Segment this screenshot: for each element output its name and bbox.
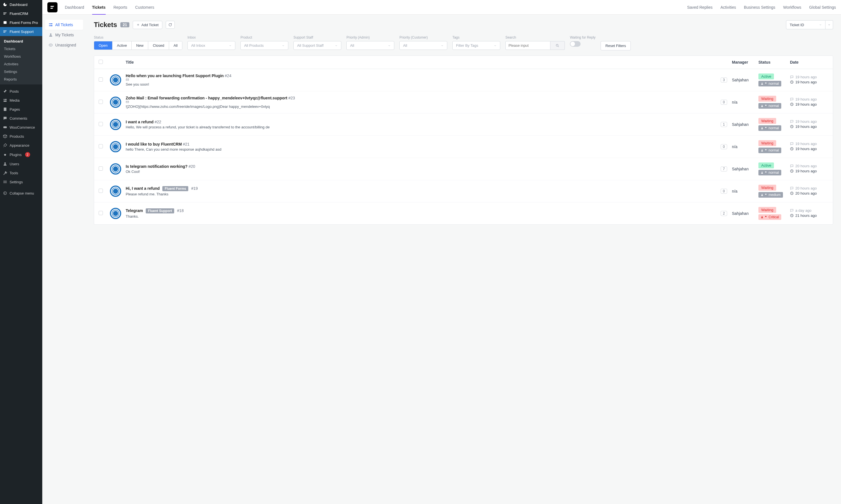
reply-count: 7 <box>721 166 727 172</box>
eye-icon <box>49 43 53 47</box>
select-all-checkbox[interactable] <box>99 60 103 64</box>
manager-name: Sahjahan <box>732 78 749 82</box>
ticket-title[interactable]: Telegram Fluent Support #18 <box>126 208 717 213</box>
row-checkbox[interactable] <box>99 188 103 193</box>
tab-business-settings[interactable]: Business Settings <box>744 0 775 14</box>
wp-menu-fluentcrm[interactable]: FluentCRM <box>0 9 42 18</box>
row-checkbox[interactable] <box>99 77 103 82</box>
reply-count: 2 <box>721 211 727 216</box>
status-filter-label: Status <box>94 35 182 39</box>
reset-filters-button[interactable]: Reset Filters <box>601 41 631 50</box>
created-time: 20 hours ago <box>790 186 828 190</box>
ticket-title[interactable]: I would like to buy FluentCRM #21 <box>126 142 717 146</box>
tab-dashboard[interactable]: Dashboard <box>65 0 84 14</box>
ticket-excerpt: Hello, We will process a refund, your ti… <box>126 125 717 129</box>
svg-point-29 <box>761 172 762 173</box>
priority-badge: normal <box>758 103 781 109</box>
tab-workflows[interactable]: Workflows <box>783 0 801 14</box>
tab-activities[interactable]: Activities <box>720 0 736 14</box>
ticket-excerpt: Please refund me. Thanks <box>126 192 717 196</box>
row-checkbox[interactable] <box>99 166 103 170</box>
ticket-title[interactable]: Hi, I want a refund Fluent Forms #19 <box>126 186 717 191</box>
nav-my-tickets[interactable]: My Tickets <box>45 30 83 40</box>
ticket-title[interactable]: Hello when you are launching Fluent Supp… <box>126 73 717 82</box>
reply-count: 0 <box>721 188 727 194</box>
tab-customers[interactable]: Customers <box>135 0 154 14</box>
tab-saved-replies[interactable]: Saved Replies <box>687 0 713 14</box>
wp-menu-dashboard[interactable]: Dashboard <box>0 0 42 9</box>
wp-menu-pages[interactable]: Pages <box>0 105 42 114</box>
wp-menu-fluent-forms-pro[interactable]: Fluent Forms Pro <box>0 18 42 27</box>
tab-reports[interactable]: Reports <box>114 0 127 14</box>
row-checkbox[interactable] <box>99 122 103 126</box>
svg-rect-8 <box>3 182 7 182</box>
wp-menu-tools[interactable]: Tools <box>0 168 42 177</box>
created-time: a day ago <box>790 208 828 213</box>
wp-submenu-dashboard[interactable]: Dashboard <box>0 37 42 45</box>
wp-submenu-tickets[interactable]: Tickets <box>0 45 42 53</box>
waiting-toggle[interactable] <box>570 41 581 47</box>
priority-admin-select[interactable]: All <box>346 41 394 50</box>
status-badge: Active <box>758 162 774 168</box>
svg-point-31 <box>761 194 762 195</box>
inbox-select[interactable]: All Inbox <box>187 41 235 50</box>
ticket-number: #22 <box>155 120 161 124</box>
manager-name: Sahjahan <box>732 211 749 216</box>
status-active[interactable]: Active <box>113 41 132 50</box>
add-ticket-button[interactable]: Add Ticket <box>133 21 162 29</box>
mail-icon <box>126 100 717 104</box>
ticket-title[interactable]: Zoho Mail : Email forwarding confirmatio… <box>126 96 717 104</box>
svg-rect-0 <box>4 21 7 24</box>
nav-unassigned[interactable]: Unassigned <box>45 40 83 50</box>
plugin-topnav: DashboardTicketsReportsCustomers Saved R… <box>42 0 841 15</box>
add-ticket-label: Add Ticket <box>141 23 159 27</box>
wp-menu-posts[interactable]: Posts <box>0 87 42 96</box>
wp-menu-settings[interactable]: Settings <box>0 177 42 186</box>
wrench-icon <box>3 170 7 175</box>
priority-cust-select[interactable]: All <box>399 41 447 50</box>
svg-point-10 <box>4 192 7 195</box>
wp-menu-users[interactable]: Users <box>0 159 42 168</box>
wp-menu-fluent-support[interactable]: Fluent Support <box>0 27 42 36</box>
staff-filter-label: Support Staff <box>293 35 341 39</box>
row-checkbox[interactable] <box>99 100 103 104</box>
status-badge: Waiting <box>758 207 776 213</box>
created-time: 19 hours ago <box>790 142 828 146</box>
product-select[interactable]: All Products <box>240 41 288 50</box>
row-checkbox[interactable] <box>99 144 103 148</box>
ticket-title[interactable]: Is telegram notification working? #20 <box>126 164 717 169</box>
updated-time: 19 hours ago <box>790 169 828 173</box>
nav-all-tickets[interactable]: All Tickets <box>45 20 83 30</box>
collapse-menu[interactable]: Collapse menu <box>0 188 42 198</box>
status-closed[interactable]: Closed <box>148 41 169 50</box>
wp-submenu-reports[interactable]: Reports <box>0 75 42 83</box>
status-new[interactable]: New <box>132 41 148 50</box>
wp-submenu-workflows[interactable]: Workflows <box>0 53 42 60</box>
chevron-down-icon <box>494 44 497 47</box>
tags-select[interactable]: Filter By Tags <box>452 41 500 50</box>
wp-menu-products[interactable]: Products <box>0 132 42 141</box>
wp-menu-woocommerce[interactable]: WooCommerce <box>0 123 42 132</box>
search-button[interactable] <box>550 41 565 50</box>
row-checkbox[interactable] <box>99 211 103 215</box>
ticket-title[interactable]: I want a refund #22 <box>126 120 717 124</box>
table-row: Telegram Fluent Support #18Thanks.2Sahja… <box>94 202 833 224</box>
wp-menu-media[interactable]: Media <box>0 96 42 105</box>
wp-menu-appearance[interactable]: Appearance <box>0 141 42 150</box>
page-header: Tickets 21 Add Ticket Ticket ID <box>94 20 833 29</box>
tab-global-settings[interactable]: Global Settings <box>809 0 836 14</box>
wp-submenu-activities[interactable]: Activities <box>0 60 42 68</box>
search-by-select[interactable]: Ticket ID <box>786 20 825 29</box>
search-input[interactable] <box>505 41 550 50</box>
wp-submenu-settings[interactable]: Settings <box>0 68 42 75</box>
status-all[interactable]: All <box>169 41 182 50</box>
wp-menu-comments[interactable]: Comments <box>0 114 42 123</box>
svg-point-15 <box>50 34 51 35</box>
refresh-button[interactable] <box>166 21 175 29</box>
tab-tickets[interactable]: Tickets <box>92 0 106 14</box>
search-filter-label: Search <box>505 35 565 39</box>
search-by-more[interactable] <box>825 20 833 29</box>
staff-select[interactable]: All Support Staff <box>293 41 341 50</box>
status-open[interactable]: Open <box>94 41 113 50</box>
wp-menu-plugins[interactable]: Plugins2 <box>0 150 42 159</box>
